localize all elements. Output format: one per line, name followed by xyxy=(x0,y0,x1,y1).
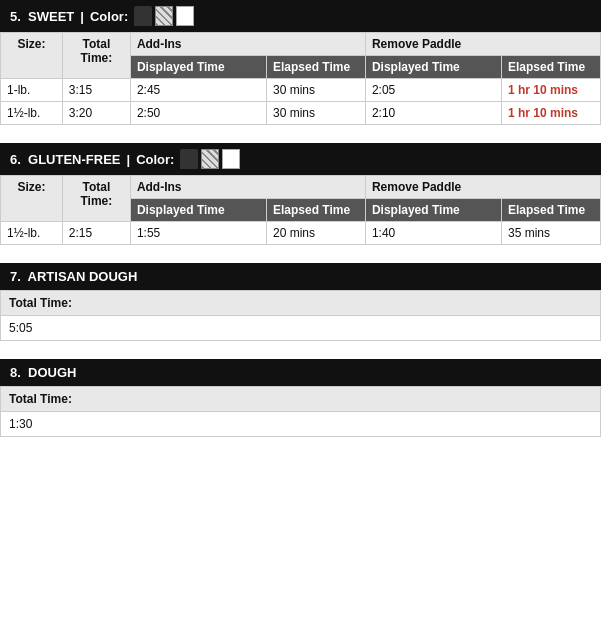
table-row: 1-lb. 3:15 2:45 30 mins 2:05 1 hr 10 min… xyxy=(1,79,601,102)
total-time-header: Total Time: xyxy=(62,33,130,79)
addins-displayed-cell: 1:55 xyxy=(130,222,266,245)
size-header: Size: xyxy=(1,33,63,79)
section-7-header-row: Total Time: xyxy=(1,291,601,316)
addins-header: Add-Ins xyxy=(130,176,365,199)
remove-elapsed-cell: 1 hr 10 mins xyxy=(502,79,601,102)
addins-elapsed-cell: 30 mins xyxy=(266,79,365,102)
size-cell: 1-lb. xyxy=(1,79,63,102)
section-5-color-icons xyxy=(134,6,194,26)
remove-elapsed-header: Elapsed Time xyxy=(502,199,601,222)
total-time-cell: 2:15 xyxy=(62,222,130,245)
total-time-header: TotalTime: xyxy=(62,176,130,222)
section-7: 7. ARTISAN DOUGH Total Time: 5:05 xyxy=(0,263,601,341)
total-time-value: 5:05 xyxy=(1,316,601,341)
addins-elapsed-cell: 20 mins xyxy=(266,222,365,245)
section-8-header: 8. DOUGH xyxy=(0,359,601,386)
section-7-table: Total Time: 5:05 xyxy=(0,290,601,341)
section-6-pipe: | xyxy=(127,152,131,167)
addins-elapsed-header: Elapsed Time xyxy=(266,56,365,79)
section-8-header-row: Total Time: xyxy=(1,387,601,412)
addins-header: Add-Ins xyxy=(130,33,365,56)
removepaddle-header: Remove Paddle xyxy=(365,33,600,56)
color-icon-light xyxy=(222,149,240,169)
size-header: Size: xyxy=(1,176,63,222)
total-time-label: Total Time: xyxy=(1,387,601,412)
size-cell: 1½-lb. xyxy=(1,102,63,125)
remove-displayed-cell: 2:10 xyxy=(365,102,501,125)
section-8: 8. DOUGH Total Time: 1:30 xyxy=(0,359,601,437)
total-time-cell: 3:20 xyxy=(62,102,130,125)
section-7-title: 7. ARTISAN DOUGH xyxy=(10,269,137,284)
addins-displayed-cell: 2:50 xyxy=(130,102,266,125)
remove-displayed-header: Displayed Time xyxy=(365,199,501,222)
section-7-header: 7. ARTISAN DOUGH xyxy=(0,263,601,290)
remove-displayed-cell: 2:05 xyxy=(365,79,501,102)
total-time-value: 1:30 xyxy=(1,412,601,437)
section-5: 5. SWEET | Color: Size: Total Time: Add-… xyxy=(0,0,601,125)
section-5-header-row: Size: Total Time: Add-Ins Remove Paddle xyxy=(1,33,601,56)
section-8-table: Total Time: 1:30 xyxy=(0,386,601,437)
remove-elapsed-cell: 35 mins xyxy=(502,222,601,245)
total-time-cell: 3:15 xyxy=(62,79,130,102)
remove-elapsed-cell: 1 hr 10 mins xyxy=(502,102,601,125)
section-8-title: 8. DOUGH xyxy=(10,365,76,380)
section-5-header: 5. SWEET | Color: xyxy=(0,0,601,32)
table-row: 5:05 xyxy=(1,316,601,341)
section-6-number-title: 6. GLUTEN-FREE xyxy=(10,152,121,167)
color-icon-light xyxy=(176,6,194,26)
section-6: 6. GLUTEN-FREE | Color: Size: TotalTime:… xyxy=(0,143,601,245)
section-5-table: Size: Total Time: Add-Ins Remove Paddle … xyxy=(0,32,601,125)
remove-displayed-header: Displayed Time xyxy=(365,56,501,79)
section-6-header-row: Size: TotalTime: Add-Ins Remove Paddle xyxy=(1,176,601,199)
color-icon-medium xyxy=(201,149,219,169)
addins-displayed-cell: 2:45 xyxy=(130,79,266,102)
total-time-label: Total Time: xyxy=(1,291,601,316)
section-5-number-title: 5. SWEET xyxy=(10,9,74,24)
removepaddle-header: Remove Paddle xyxy=(365,176,600,199)
table-row: 1½-lb. 3:20 2:50 30 mins 2:10 1 hr 10 mi… xyxy=(1,102,601,125)
size-cell: 1½-lb. xyxy=(1,222,63,245)
section-5-color-label: Color: xyxy=(90,9,128,24)
color-icon-medium xyxy=(155,6,173,26)
section-6-table: Size: TotalTime: Add-Ins Remove Paddle D… xyxy=(0,175,601,245)
color-icon-dark xyxy=(180,149,198,169)
section-5-pipe: | xyxy=(80,9,84,24)
remove-displayed-cell: 1:40 xyxy=(365,222,501,245)
section-6-header: 6. GLUTEN-FREE | Color: xyxy=(0,143,601,175)
table-row: 1½-lb. 2:15 1:55 20 mins 1:40 35 mins xyxy=(1,222,601,245)
table-row: 1:30 xyxy=(1,412,601,437)
section-6-color-label: Color: xyxy=(136,152,174,167)
addins-displayed-header: Displayed Time xyxy=(130,56,266,79)
section-6-color-icons xyxy=(180,149,240,169)
remove-elapsed-header: Elapsed Time xyxy=(502,56,601,79)
addins-elapsed-header: Elapsed Time xyxy=(266,199,365,222)
addins-elapsed-cell: 30 mins xyxy=(266,102,365,125)
color-icon-dark xyxy=(134,6,152,26)
addins-displayed-header: Displayed Time xyxy=(130,199,266,222)
